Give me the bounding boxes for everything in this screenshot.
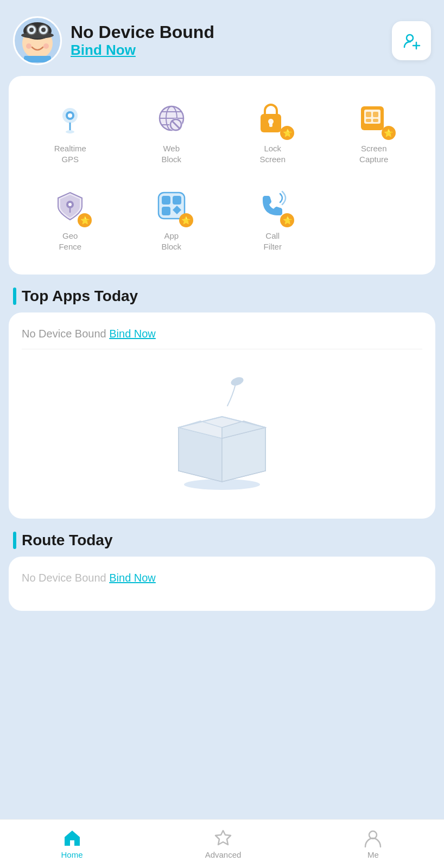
svg-rect-11 (24, 56, 51, 62)
crown-app: ⭐ (179, 213, 193, 227)
crown-call: ⭐ (280, 213, 294, 227)
svg-point-45 (230, 375, 244, 387)
home-icon (62, 828, 82, 848)
bind-now-link[interactable]: Bind Now (71, 42, 136, 58)
svg-rect-41 (162, 196, 170, 205)
section-bar-top-apps (13, 288, 16, 305)
features-row-2: ⭐ GeoFence ⭐ AppBlock (20, 180, 424, 258)
feature-lock-screen[interactable]: ⭐ LockScreen (222, 92, 324, 171)
feature-call-filter[interactable]: ⭐ CallFilter (222, 180, 324, 258)
app-label: AppBlock (161, 231, 181, 252)
no-device-title: No Device Bound (71, 23, 214, 42)
svg-rect-31 (269, 123, 272, 127)
geo-icon-wrap: ⭐ (50, 186, 90, 225)
svg-rect-35 (373, 112, 378, 117)
avatar (13, 16, 62, 65)
svg-rect-34 (366, 112, 371, 117)
call-icon-wrap: ⭐ (253, 186, 292, 225)
empty-box-illustration (22, 362, 422, 498)
crown-geo: ⭐ (78, 213, 92, 227)
screen-icon-wrap: ⭐ (354, 99, 394, 138)
route-section-header: Route Today (0, 532, 444, 549)
features-card: RealtimeGPS WebBlock (9, 76, 435, 275)
call-label: CallFilter (264, 231, 282, 252)
svg-point-7 (29, 28, 34, 32)
bottom-nav: Home Advanced Me (0, 819, 444, 868)
feature-web-block[interactable]: WebBlock (121, 92, 223, 171)
top-apps-no-device: No Device Bound Bind Now (22, 328, 422, 340)
app-icon-wrap: ⭐ (152, 186, 191, 225)
route-card: No Device Bound Bind Now (9, 557, 435, 611)
crown-lock: ⭐ (280, 126, 294, 140)
me-label: Me (367, 850, 379, 859)
gps-label: RealtimeGPS (54, 143, 86, 164)
svg-point-18 (66, 130, 74, 133)
feature-app-block[interactable]: ⭐ AppBlock (121, 180, 223, 258)
nav-advanced[interactable]: Advanced (192, 824, 255, 864)
svg-rect-37 (373, 119, 378, 122)
top-apps-card: No Device Bound Bind Now (9, 312, 435, 519)
lock-label: LockScreen (259, 143, 286, 164)
svg-point-10 (43, 43, 49, 49)
crown-screen: ⭐ (382, 126, 396, 140)
screen-label: ScreenCapture (359, 143, 388, 164)
features-row-1: RealtimeGPS WebBlock (20, 92, 424, 171)
lock-icon-wrap: ⭐ (253, 99, 292, 138)
web-icon-wrap (152, 99, 191, 138)
svg-point-39 (68, 203, 72, 206)
header: No Device Bound Bind Now (0, 0, 444, 76)
top-apps-section-header: Top Apps Today (0, 288, 444, 305)
top-apps-title: Top Apps Today (22, 288, 138, 305)
route-bind-now[interactable]: Bind Now (109, 572, 156, 584)
home-label: Home (61, 850, 83, 859)
advanced-icon (213, 828, 233, 848)
svg-point-2 (21, 32, 54, 39)
header-text: No Device Bound Bind Now (71, 23, 214, 59)
svg-point-12 (407, 35, 413, 41)
route-no-device: No Device Bound Bind Now (22, 572, 422, 584)
geo-label: GeoFence (59, 231, 81, 252)
header-left: No Device Bound Bind Now (13, 16, 214, 65)
feature-empty (324, 180, 425, 258)
feature-realtime-gps[interactable]: RealtimeGPS (20, 92, 121, 171)
top-apps-bind-now[interactable]: Bind Now (109, 328, 156, 340)
svg-rect-36 (366, 119, 371, 122)
section-bar-route (13, 532, 16, 549)
top-apps-divider (22, 349, 422, 349)
feature-geo-fence[interactable]: ⭐ GeoFence (20, 180, 121, 258)
nav-me[interactable]: Me (350, 824, 396, 864)
svg-point-8 (41, 28, 46, 32)
nav-home[interactable]: Home (48, 824, 96, 864)
route-title: Route Today (22, 532, 112, 549)
svg-point-9 (26, 43, 31, 49)
feature-screen-capture[interactable]: ⭐ ScreenCapture (324, 92, 425, 171)
add-user-button[interactable] (392, 21, 431, 60)
svg-point-17 (68, 113, 72, 118)
advanced-label: Advanced (205, 850, 242, 859)
svg-rect-42 (173, 196, 181, 205)
gps-icon-wrap (50, 99, 90, 138)
me-icon (363, 828, 383, 848)
web-label: WebBlock (161, 143, 181, 164)
svg-rect-43 (162, 207, 170, 215)
